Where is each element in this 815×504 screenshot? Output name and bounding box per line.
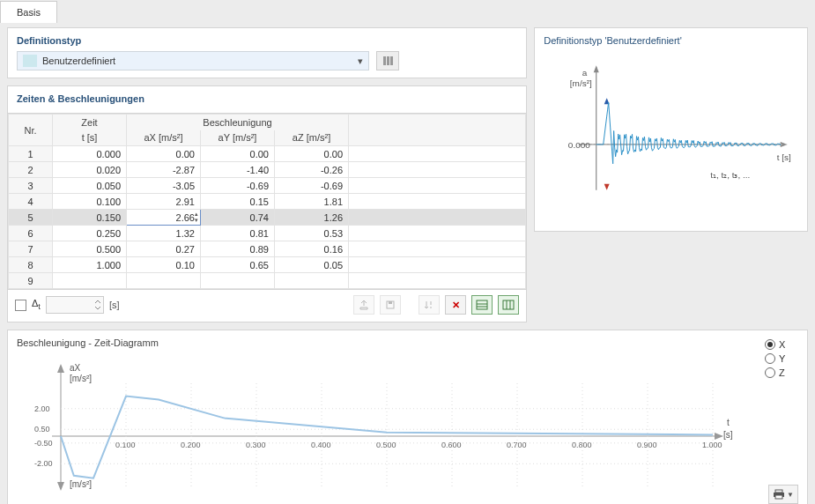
cell-az[interactable]: 0.53 xyxy=(275,226,349,241)
table-row[interactable]: 10.0000.000.000.00 xyxy=(9,146,526,162)
insert-row-button[interactable] xyxy=(471,295,493,315)
tab-bar: Basis xyxy=(0,0,815,22)
sort-icon xyxy=(424,300,434,310)
tab-basis[interactable]: Basis xyxy=(0,1,57,23)
import-button[interactable] xyxy=(353,295,374,315)
chart-title: Beschleunigung - Zeit-Diagramm xyxy=(17,337,758,348)
cell-nr[interactable]: 5 xyxy=(9,210,53,226)
cell-t[interactable]: 0.500 xyxy=(53,241,127,257)
svg-text:[m/s²]: [m/s²] xyxy=(70,374,92,383)
svg-text:t₁, t₂, t₃, ...: t₁, t₂, t₃, ... xyxy=(710,170,750,180)
table-row[interactable]: 20.020-2.87-1.40-0.26 xyxy=(9,162,526,178)
svg-rect-0 xyxy=(383,56,386,65)
svg-text:a: a xyxy=(582,68,588,78)
cell-ax[interactable]: 1.32 xyxy=(127,226,201,241)
cell-az[interactable]: -0.69 xyxy=(275,178,349,194)
accel-table[interactable]: Nr. Zeit Beschleunigung t [s] aX [m/s²] … xyxy=(8,113,526,289)
svg-text:0.200: 0.200 xyxy=(181,441,201,449)
cell-ax[interactable]: 0.27 xyxy=(127,241,201,257)
accel-time-chart: aX [m/s²] [m/s²] t [s] 2.000.50-0.50-2.0… xyxy=(17,357,739,502)
table-row[interactable]: 40.1002.910.151.81 xyxy=(9,194,526,210)
cell-ay[interactable]: 0.15 xyxy=(201,194,275,210)
table-row[interactable]: 70.5000.270.890.16 xyxy=(9,241,526,257)
cell-ax[interactable]: 0.10 xyxy=(127,257,201,273)
library-button[interactable] xyxy=(376,51,399,70)
svg-text:-0.50: -0.50 xyxy=(34,439,53,448)
table-row[interactable]: 81.0000.100.650.05 xyxy=(9,257,526,273)
cell-t[interactable]: 0.100 xyxy=(53,194,127,210)
cell-nr[interactable]: 6 xyxy=(9,226,53,241)
table-row-icon xyxy=(476,300,488,310)
cell-nr[interactable]: 3 xyxy=(9,178,53,194)
cell-ay[interactable]: 0.00 xyxy=(201,146,275,162)
cell-ay[interactable]: -0.69 xyxy=(201,178,275,194)
cell-az[interactable]: 1.26 xyxy=(275,210,349,226)
cell-ax[interactable]: -2.87 xyxy=(127,162,201,178)
save-button[interactable] xyxy=(380,295,401,315)
table-row[interactable]: 9 xyxy=(9,273,526,289)
table-row[interactable]: 60.2501.320.810.53 xyxy=(9,226,526,241)
import-icon xyxy=(359,300,369,310)
cell-az[interactable]: 0.00 xyxy=(275,146,349,162)
preview-plot: a [m/s²] t [s] 0.000 t₁, t₂, t₃, ... xyxy=(544,49,798,217)
definition-type-panel: Definitionstyp Benutzerdefiniert ▾ xyxy=(7,27,527,78)
cell-az[interactable]: 0.05 xyxy=(275,257,349,273)
cell-ax[interactable]: 2.91 xyxy=(127,194,201,210)
cell-nr[interactable]: 7 xyxy=(9,241,53,257)
cell-t[interactable]: 0.250 xyxy=(53,226,127,241)
delete-button[interactable]: ✕ xyxy=(445,295,466,315)
radio-y-label: Y xyxy=(779,353,785,364)
cell-nr[interactable]: 1 xyxy=(9,146,53,162)
col-ay: aY [m/s²] xyxy=(201,130,275,146)
book-icon xyxy=(382,55,394,67)
cell-ay[interactable]: -1.40 xyxy=(201,162,275,178)
cell-az[interactable]: -0.26 xyxy=(275,162,349,178)
radio-y[interactable] xyxy=(765,353,775,364)
radio-z[interactable] xyxy=(765,367,775,378)
cell-ax[interactable]: -3.05 xyxy=(127,178,201,194)
table-row[interactable]: 50.1502.66▴▾0.741.26 xyxy=(9,210,526,226)
table-col-icon xyxy=(502,300,515,310)
cell-ax[interactable]: 0.00 xyxy=(127,146,201,162)
cell-ay[interactable]: 0.65 xyxy=(201,257,275,273)
svg-text:2.00: 2.00 xyxy=(34,404,50,413)
cell-nr[interactable]: 8 xyxy=(9,257,53,273)
cell-t[interactable]: 0.050 xyxy=(53,178,127,194)
print-button[interactable]: ▼ xyxy=(768,485,798,504)
svg-text:[s]: [s] xyxy=(723,430,733,440)
chevron-down-icon: ▼ xyxy=(787,491,794,499)
cell-nr[interactable]: 9 xyxy=(9,273,53,289)
cell-t[interactable]: 0.000 xyxy=(53,146,127,162)
preview-title: Definitionstyp 'Benutzerdefiniert' xyxy=(544,35,798,46)
svg-text:0.500: 0.500 xyxy=(376,441,396,449)
svg-rect-1 xyxy=(387,56,389,65)
svg-text:0.100: 0.100 xyxy=(115,441,136,449)
cell-nr[interactable]: 4 xyxy=(9,194,53,210)
cell-az[interactable]: 0.16 xyxy=(275,241,349,257)
cell-ax[interactable]: 2.66▴▾ xyxy=(127,210,201,226)
cell-t[interactable]: 0.150 xyxy=(53,210,127,226)
delta-t-input[interactable] xyxy=(46,296,104,314)
delta-t-checkbox[interactable] xyxy=(15,300,26,311)
spinner-arrows-icon[interactable]: ▴▾ xyxy=(189,211,198,223)
cell-t[interactable]: 1.000 xyxy=(53,257,127,273)
cell-ay[interactable]: 0.74 xyxy=(201,210,275,226)
printer-icon xyxy=(773,489,785,500)
insert-col-button[interactable] xyxy=(498,295,519,315)
cell-nr[interactable]: 2 xyxy=(9,162,53,178)
svg-text:-2.00: -2.00 xyxy=(34,459,53,468)
save-icon xyxy=(385,300,396,310)
chevron-down-icon: ▾ xyxy=(352,56,368,67)
cell-t[interactable]: 0.020 xyxy=(53,162,127,178)
cell-ay[interactable]: 0.81 xyxy=(201,226,275,241)
svg-text:1.000: 1.000 xyxy=(702,441,722,449)
chart-panel: Beschleunigung - Zeit-Diagramm aX [m/s²]… xyxy=(7,330,808,504)
time-accel-panel: Zeiten & Beschleunigungen Nr. Zeit Besch… xyxy=(7,85,527,322)
sort-button[interactable] xyxy=(419,295,440,315)
svg-rect-8 xyxy=(503,300,514,309)
definition-type-select[interactable]: Benutzerdefiniert ▾ xyxy=(17,51,369,70)
cell-az[interactable]: 1.81 xyxy=(275,194,349,210)
table-row[interactable]: 30.050-3.05-0.69-0.69 xyxy=(9,178,526,194)
cell-ay[interactable]: 0.89 xyxy=(201,241,275,257)
radio-x[interactable] xyxy=(765,339,775,350)
